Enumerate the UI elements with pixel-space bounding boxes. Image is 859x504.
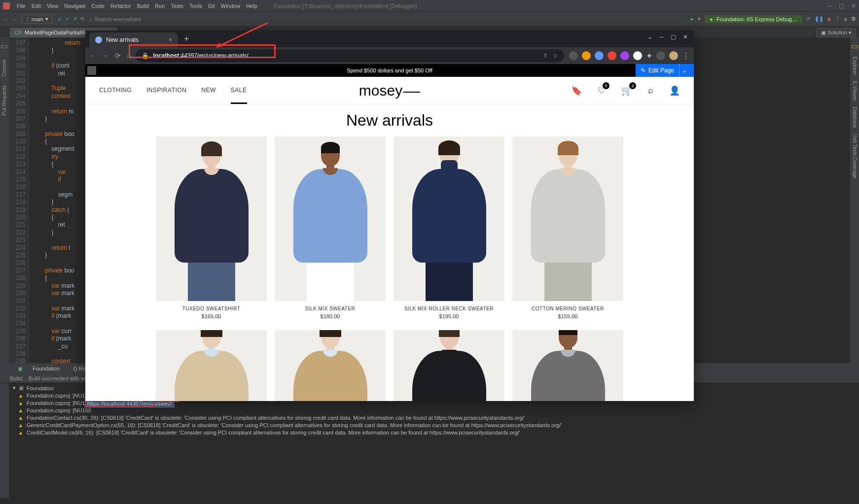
- refresh-icon[interactable]: ⟳: [806, 16, 811, 22]
- problem-row[interactable]: ▲GenericCreditCardPaymentOption.cs(65, 1…: [2, 421, 859, 429]
- menu-window[interactable]: Window: [221, 3, 240, 9]
- wishlist-icon[interactable]: ♡0: [598, 85, 606, 96]
- share-icon[interactable]: ⇪: [543, 52, 548, 59]
- code-column[interactable]: return } if (cont ret Tuple context retu…: [30, 37, 82, 363]
- extension-icon[interactable]: [656, 51, 665, 60]
- omnibox[interactable]: 🔒 localhost:44397/en/us/new-arrivals/ ⇪ …: [136, 49, 564, 62]
- product-card[interactable]: SILK MIX ROLLER NECK SWEATER $195.00: [394, 136, 504, 319]
- nav-clothing[interactable]: CLOTHING: [99, 87, 132, 95]
- product-card[interactable]: [394, 330, 504, 401]
- search-everywhere[interactable]: ⌕ Search everywhere: [89, 16, 142, 22]
- product-card[interactable]: [156, 330, 267, 401]
- nav-sale[interactable]: SALE: [231, 87, 247, 104]
- vcs-update-icon[interactable]: ↙: [58, 16, 62, 22]
- window-maximize-icon[interactable]: ▢: [671, 34, 676, 40]
- browser-menu-icon[interactable]: ⋮: [682, 51, 690, 61]
- window-minimize-icon[interactable]: ─: [659, 34, 664, 40]
- menu-file[interactable]: File: [17, 3, 26, 9]
- project-tool-icon[interactable]: ▭: [0, 41, 8, 51]
- back-icon[interactable]: ←: [89, 52, 96, 60]
- extensions-puzzle-icon[interactable]: ✦: [646, 51, 652, 61]
- menu-help[interactable]: Help: [246, 3, 257, 9]
- window-close-icon[interactable]: ✕: [683, 34, 688, 40]
- breadcrumb-icon[interactable]: ▣: [18, 366, 23, 372]
- vcs-commit-icon[interactable]: ✓: [65, 16, 70, 22]
- hammer-icon[interactable]: ▾: [698, 16, 701, 22]
- reload-icon[interactable]: ⟳: [115, 52, 121, 60]
- right-tool-gutter: ▭ Explorer IL Viewer Database Unit Tests…: [850, 37, 859, 363]
- sidebar-unit-tests[interactable]: Unit Tests Coverage: [852, 134, 858, 178]
- more-icon[interactable]: ⋮: [835, 16, 840, 22]
- close-icon[interactable]: ×: [169, 36, 172, 43]
- menu-tools[interactable]: Tools: [189, 3, 202, 9]
- search-icon[interactable]: ⌕: [648, 85, 653, 96]
- breadcrumb-root[interactable]: Foundation: [29, 365, 64, 372]
- nav-back-icon[interactable]: ←: [3, 16, 8, 22]
- run-config-dropdown[interactable]: ᚴ main ▾: [22, 14, 53, 24]
- chevron-down-icon[interactable]: ⌄: [679, 64, 689, 77]
- badge-count: 2: [629, 82, 636, 89]
- problem-row[interactable]: ▲Foundation.csproj: [NU160: [2, 406, 859, 414]
- profile-avatar-icon[interactable]: [669, 51, 678, 60]
- extension-icon[interactable]: [595, 51, 604, 60]
- menu-view[interactable]: View: [47, 3, 59, 9]
- product-card[interactable]: [275, 330, 386, 401]
- menu-navigate[interactable]: Navigate: [64, 3, 85, 9]
- menu-code[interactable]: Code: [92, 3, 105, 9]
- star-icon[interactable]: ☆: [553, 52, 558, 59]
- run-arrow-icon[interactable]: ▸: [691, 16, 694, 22]
- sidebar-commit[interactable]: Commit: [1, 60, 7, 76]
- extension-icon[interactable]: [582, 51, 591, 60]
- solution-dropdown[interactable]: ▣ Solution ▾: [817, 28, 856, 37]
- product-card[interactable]: SILK MIX SWEATER $180.00: [275, 136, 386, 319]
- menu-tests[interactable]: Tests: [171, 3, 183, 9]
- bookmark-icon[interactable]: 🔖: [571, 85, 582, 96]
- window-minimize-icon[interactable]: ─: [827, 2, 832, 9]
- annotation-arrow: [160, 401, 179, 402]
- vcs-history-icon[interactable]: ⟲: [80, 16, 84, 22]
- notifications-icon[interactable]: ▭: [851, 41, 859, 51]
- hamburger-icon[interactable]: [87, 66, 96, 75]
- menu-edit[interactable]: Edit: [32, 3, 41, 9]
- window-maximize-icon[interactable]: ▢: [839, 2, 844, 9]
- vcs-push-icon[interactable]: ↗: [72, 16, 77, 22]
- product-card[interactable]: TUXEDO SWEATSHIRT $165.00: [156, 136, 267, 319]
- extension-icon[interactable]: [608, 51, 616, 60]
- sidebar-database[interactable]: Database: [852, 107, 858, 128]
- search-placeholder: Search everywhere: [95, 16, 142, 22]
- problem-row[interactable]: ▲CreditCardModel.cs(69, 16): [CS0618] 'C…: [2, 429, 859, 436]
- product-card[interactable]: COTTON MERINO SWEATER $155.00: [512, 136, 623, 319]
- settings-gear-icon[interactable]: ⚙: [851, 16, 856, 22]
- extension-icon[interactable]: [633, 51, 642, 60]
- menu-git[interactable]: Git: [208, 3, 215, 9]
- tab-search-icon[interactable]: ⌄: [647, 34, 652, 40]
- store-logo[interactable]: mosey: [359, 82, 420, 99]
- stop-icon[interactable]: ■: [827, 16, 831, 22]
- menu-run[interactable]: Run: [155, 3, 165, 9]
- new-tab-icon[interactable]: +: [178, 34, 195, 44]
- cart-icon[interactable]: 🛒2: [621, 85, 632, 96]
- sidebar-pull-requests[interactable]: Pull Requests: [1, 85, 7, 116]
- product-card[interactable]: [512, 330, 623, 401]
- edit-page-button[interactable]: ✎ Edit Page ⌄: [636, 64, 694, 77]
- problem-row[interactable]: ▲FoundationContact.cs(30, 28): [CS0618] …: [2, 414, 859, 421]
- extension-icon[interactable]: [620, 51, 629, 60]
- sidebar-explorer[interactable]: Explorer: [852, 57, 858, 75]
- account-icon[interactable]: 👤: [669, 85, 680, 96]
- product-name: SILK MIX SWEATER: [275, 306, 386, 311]
- filter-icon[interactable]: ≡: [844, 16, 847, 22]
- menu-refactor[interactable]: Refactor: [110, 3, 131, 9]
- browser-tab[interactable]: New arrivals ×: [89, 33, 178, 47]
- extension-icon[interactable]: [569, 51, 578, 60]
- menu-build[interactable]: Build: [137, 3, 149, 9]
- debug-session-badge[interactable]: ● Foundation: IIS Express Debug…: [705, 15, 802, 23]
- forward-icon[interactable]: →: [102, 52, 109, 60]
- pause-icon[interactable]: ❚❚: [815, 16, 823, 22]
- window-close-icon[interactable]: ✕: [851, 2, 856, 9]
- tab-more-icon[interactable]: ⋮: [807, 30, 813, 36]
- sidebar-il-viewer[interactable]: IL Viewer: [852, 81, 858, 101]
- nav-inspiration[interactable]: INSPIRATION: [146, 87, 186, 95]
- home-icon[interactable]: ⌂: [127, 52, 131, 60]
- nav-new[interactable]: NEW: [201, 87, 216, 95]
- nav-forward-icon[interactable]: →: [11, 16, 17, 22]
